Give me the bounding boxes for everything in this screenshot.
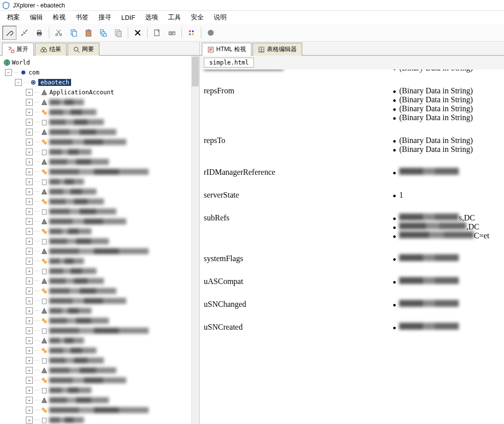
tree-node-blurred[interactable]: +···: [1, 266, 198, 276]
tree-node-blurred[interactable]: +···: [1, 395, 198, 405]
tree-node-blurred[interactable]: +···: [1, 117, 198, 127]
connect-button[interactable]: [2, 26, 16, 40]
tree-node-blurred[interactable]: +···: [1, 276, 198, 286]
tree-node-selected[interactable]: ebaotech: [38, 79, 71, 86]
expand-icon[interactable]: +: [26, 268, 33, 275]
expand-icon[interactable]: +: [26, 248, 33, 255]
expand-icon[interactable]: +: [26, 347, 33, 354]
tree-node-blurred[interactable]: +···: [1, 316, 198, 326]
copy-entry-button[interactable]: [111, 26, 125, 40]
expand-icon[interactable]: +: [26, 238, 33, 245]
tree-scrollbar-thumb[interactable]: [192, 57, 199, 86]
tree-node-blurred[interactable]: +···: [1, 286, 198, 296]
expand-icon[interactable]: +: [26, 99, 33, 106]
tree-node-blurred[interactable]: +···: [1, 256, 198, 266]
tree-node-blurred[interactable]: +···: [1, 167, 198, 177]
expand-icon[interactable]: +: [26, 278, 33, 284]
tree-node-blurred[interactable]: +···: [1, 177, 198, 187]
collapse-icon[interactable]: −: [15, 79, 22, 86]
expand-icon[interactable]: +: [26, 208, 33, 215]
rename-button[interactable]: [165, 26, 179, 40]
expand-icon[interactable]: +: [26, 258, 33, 265]
expand-icon[interactable]: +: [26, 307, 33, 314]
tree-node-blurred[interactable]: +···: [1, 385, 198, 395]
tree-node-blurred[interactable]: +···: [1, 107, 198, 117]
copy-button[interactable]: [67, 26, 81, 40]
collapse-icon[interactable]: −: [5, 69, 12, 76]
expand-icon[interactable]: +: [26, 287, 33, 294]
expand-icon[interactable]: +: [26, 89, 33, 96]
tree-node-blurred[interactable]: +···: [1, 296, 198, 306]
tree-node-blurred[interactable]: +···: [1, 207, 198, 216]
expand-icon[interactable]: +: [26, 297, 33, 304]
expand-icon[interactable]: +: [26, 228, 33, 235]
tree-node-blurred[interactable]: +···: [1, 365, 198, 375]
tab-schema[interactable]: 网要: [68, 43, 99, 56]
tree-node-blurred[interactable]: +···: [1, 197, 198, 207]
expand-icon[interactable]: +: [26, 109, 33, 116]
expand-icon[interactable]: +: [26, 367, 33, 374]
tree-node-blurred[interactable]: +···: [1, 375, 198, 385]
expand-icon[interactable]: +: [26, 357, 33, 364]
tree-view[interactable]: World − ··· com − ··· ebaotech + ··· App…: [0, 56, 199, 424]
expand-icon[interactable]: +: [26, 129, 33, 136]
menu-view[interactable]: 检视: [48, 11, 71, 24]
tab-expand[interactable]: 展开: [2, 43, 34, 56]
menu-bookmark[interactable]: 书签: [71, 11, 93, 24]
copy-dn-button[interactable]: [96, 26, 110, 40]
menu-ldif[interactable]: LDIF: [116, 12, 140, 23]
expand-icon[interactable]: +: [26, 148, 33, 155]
expand-icon[interactable]: +: [26, 397, 33, 404]
stop-button[interactable]: [204, 26, 218, 40]
expand-icon[interactable]: +: [26, 178, 33, 185]
tree-node-blurred[interactable]: +···: [1, 147, 198, 157]
tree-node-blurred[interactable]: +···: [1, 157, 198, 167]
tab-results[interactable]: 结果: [35, 43, 67, 56]
menu-file[interactable]: 档案: [2, 11, 25, 24]
tab-html-view[interactable]: HTML 检视: [202, 43, 252, 56]
tree-node-blurred[interactable]: +···: [1, 226, 198, 236]
expand-icon[interactable]: +: [26, 377, 33, 384]
tree-node-blurred[interactable]: +···: [1, 346, 198, 355]
tree-node-blurred[interactable]: +···: [1, 355, 198, 365]
tree-node-blurred[interactable]: +···: [1, 216, 198, 226]
expand-icon[interactable]: +: [26, 139, 33, 145]
expand-icon[interactable]: +: [26, 158, 33, 165]
expand-icon[interactable]: +: [26, 417, 33, 424]
tree-node-blurred[interactable]: +···: [1, 326, 198, 336]
menu-help[interactable]: 说明: [209, 11, 232, 24]
expand-icon[interactable]: +: [26, 337, 33, 344]
paste-button[interactable]: [82, 26, 95, 40]
expand-icon[interactable]: +: [26, 168, 33, 175]
tab-table-editor[interactable]: 表格编辑器: [252, 43, 302, 56]
tree-node-blurred[interactable]: +···: [1, 127, 198, 137]
menu-search[interactable]: 搜寻: [93, 11, 116, 24]
expand-icon[interactable]: +: [26, 387, 33, 394]
tree-node-blurred[interactable]: +···: [1, 246, 198, 256]
expand-icon[interactable]: +: [26, 188, 33, 195]
menu-security[interactable]: 安全: [186, 11, 209, 24]
expand-icon[interactable]: +: [26, 407, 33, 414]
expand-icon[interactable]: +: [26, 327, 33, 334]
menu-edit[interactable]: 编辑: [25, 11, 48, 24]
expand-icon[interactable]: +: [26, 198, 33, 205]
tree-node-blurred[interactable]: +···: [1, 336, 198, 346]
tree-node-blurred[interactable]: +···: [1, 236, 198, 246]
expand-icon[interactable]: +: [26, 218, 33, 225]
tree-node-blurred[interactable]: +···: [1, 306, 198, 316]
tree-node-com[interactable]: com: [28, 69, 39, 76]
refresh-button[interactable]: [184, 26, 198, 40]
tree-node-appaccount[interactable]: ApplicationAccount: [49, 89, 114, 96]
expand-icon[interactable]: +: [26, 119, 33, 126]
delete-button[interactable]: [131, 26, 145, 40]
new-entry-button[interactable]: [150, 26, 164, 40]
tree-node-blurred[interactable]: +···: [1, 97, 198, 107]
expand-icon[interactable]: +: [26, 317, 33, 324]
tree-node-blurred[interactable]: +···: [1, 137, 198, 147]
menu-tools[interactable]: 工具: [163, 11, 186, 24]
menu-options[interactable]: 选项: [140, 11, 163, 24]
disconnect-button[interactable]: [17, 26, 31, 40]
tree-node-world[interactable]: World: [12, 59, 30, 66]
tree-scrollbar[interactable]: [191, 56, 199, 424]
tree-node-blurred[interactable]: +···: [1, 187, 198, 197]
